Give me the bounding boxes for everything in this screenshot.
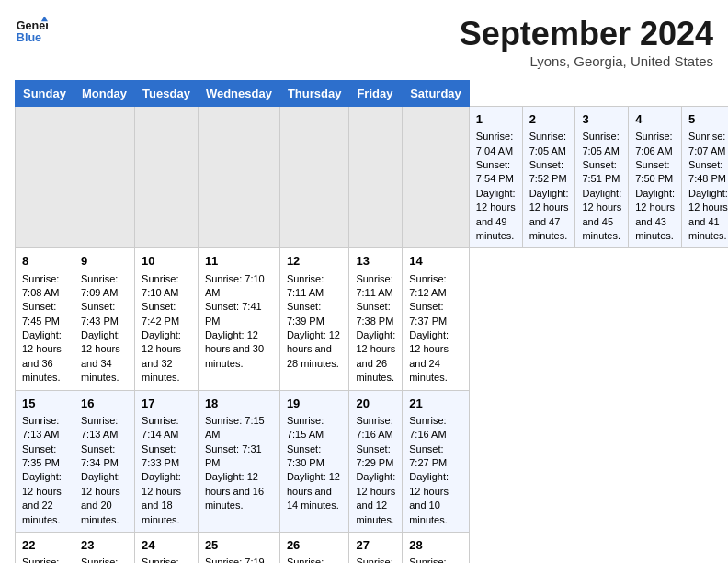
sunrise-text: Sunrise: 7:10 AM [205,272,273,301]
day-number: 19 [287,396,343,412]
sunrise-text: Sunrise: 7:08 AM [22,272,67,301]
daylight-text: Daylight: 12 hours and 45 minutes. [582,187,621,244]
sunrise-text: Sunrise: 7:18 AM [81,556,128,563]
day-number: 9 [81,253,128,270]
daylight-text: Daylight: 12 hours and 49 minutes. [476,187,516,244]
calendar-cell: 19Sunrise: 7:15 AMSunset: 7:30 PMDayligh… [279,390,349,532]
sunrise-text: Sunrise: 7:16 AM [409,414,462,442]
calendar-cell [198,107,279,248]
calendar-cell [279,107,349,248]
day-number: 20 [356,396,395,412]
daylight-text: Daylight: 12 hours and 12 minutes. [356,470,395,527]
sunrise-text: Sunrise: 7:18 AM [142,556,191,563]
calendar-cell: 23Sunrise: 7:18 AMSunset: 7:25 PMDayligh… [74,532,134,563]
calendar-subtitle: Lyons, Georgia, United States [460,53,713,69]
calendar-cell: 2Sunrise: 7:05 AMSunset: 7:52 PMDaylight… [522,107,575,248]
day-number: 1 [476,111,516,128]
calendar-cell: 13Sunrise: 7:11 AMSunset: 7:38 PMDayligh… [349,248,403,390]
sunrise-text: Sunrise: 7:12 AM [409,272,462,301]
day-number: 3 [582,111,621,128]
header-sunday: Sunday [16,81,74,107]
sunset-text: Sunset: 7:51 PM [582,158,621,187]
calendar-cell: 16Sunrise: 7:13 AMSunset: 7:34 PMDayligh… [74,390,134,532]
daylight-text: Daylight: 12 hours and 20 minutes. [81,470,128,527]
sunrise-text: Sunrise: 7:14 AM [142,414,191,442]
calendar-cell: 5Sunrise: 7:07 AMSunset: 7:48 PMDaylight… [682,107,728,248]
calendar-cell: 12Sunrise: 7:11 AMSunset: 7:39 PMDayligh… [279,248,349,390]
title-area: September 2024 Lyons, Georgia, United St… [460,15,713,69]
sunset-text: Sunset: 7:52 PM [529,158,569,187]
calendar-week-row: 15Sunrise: 7:13 AMSunset: 7:35 PMDayligh… [16,390,729,532]
header-friday: Friday [349,81,403,107]
svg-text:Blue: Blue [17,31,41,44]
daylight-text: Daylight: 12 hours and 36 minutes. [22,328,67,385]
sunset-text: Sunset: 7:33 PM [142,442,191,471]
sunrise-text: Sunrise: 7:19 AM [205,556,273,563]
sunrise-text: Sunrise: 7:17 AM [22,556,67,563]
sunset-text: Sunset: 7:41 PM [205,300,273,328]
calendar-cell [135,107,199,248]
day-number: 25 [205,537,273,554]
daylight-text: Daylight: 12 hours and 30 minutes. [205,328,273,371]
header-tuesday: Tuesday [135,81,199,107]
daylight-text: Daylight: 12 hours and 14 minutes. [287,470,343,512]
calendar-cell: 26Sunrise: 7:20 AMSunset: 7:21 PMDayligh… [279,532,349,563]
calendar-cell: 10Sunrise: 7:10 AMSunset: 7:42 PMDayligh… [135,248,199,390]
day-number: 8 [22,253,67,270]
sunset-text: Sunset: 7:42 PM [142,300,191,328]
calendar-cell: 15Sunrise: 7:13 AMSunset: 7:35 PMDayligh… [16,390,74,532]
day-number: 15 [22,396,67,412]
sunset-text: Sunset: 7:45 PM [22,300,67,328]
sunrise-text: Sunrise: 7:13 AM [81,414,128,442]
sunrise-text: Sunrise: 7:15 AM [205,414,273,442]
sunrise-text: Sunrise: 7:04 AM [476,130,516,158]
calendar-week-row: 8Sunrise: 7:08 AMSunset: 7:45 PMDaylight… [16,248,729,390]
calendar-cell: 17Sunrise: 7:14 AMSunset: 7:33 PMDayligh… [135,390,199,532]
calendar-cell: 3Sunrise: 7:05 AMSunset: 7:51 PMDaylight… [575,107,629,248]
daylight-text: Daylight: 12 hours and 18 minutes. [142,470,191,527]
calendar-cell: 1Sunrise: 7:04 AMSunset: 7:54 PMDaylight… [469,107,522,248]
header-thursday: Thursday [279,81,349,107]
sunset-text: Sunset: 7:27 PM [409,442,462,471]
sunrise-text: Sunrise: 7:06 AM [635,130,675,158]
calendar-week-row: 22Sunrise: 7:17 AMSunset: 7:26 PMDayligh… [16,532,729,563]
sunset-text: Sunset: 7:50 PM [635,158,675,187]
header-saturday: Saturday [403,81,470,107]
sunset-text: Sunset: 7:38 PM [356,300,395,328]
daylight-text: Daylight: 12 hours and 47 minutes. [529,187,569,244]
calendar-cell: 9Sunrise: 7:09 AMSunset: 7:43 PMDaylight… [74,248,134,390]
day-number: 27 [356,537,395,554]
sunrise-text: Sunrise: 7:20 AM [287,556,343,563]
daylight-text: Daylight: 12 hours and 41 minutes. [688,187,728,244]
sunrise-text: Sunrise: 7:05 AM [529,130,569,158]
calendar-cell [74,107,134,248]
day-number: 26 [287,537,343,554]
sunrise-text: Sunrise: 7:07 AM [688,130,728,158]
day-number: 12 [287,253,343,270]
daylight-text: Daylight: 12 hours and 43 minutes. [635,187,675,244]
day-number: 23 [81,537,128,554]
sunset-text: Sunset: 7:43 PM [81,300,128,328]
sunrise-text: Sunrise: 7:20 AM [356,556,395,563]
calendar-cell [349,107,403,248]
daylight-text: Daylight: 12 hours and 34 minutes. [81,328,128,385]
sunrise-text: Sunrise: 7:09 AM [81,272,128,301]
day-number: 28 [409,537,462,554]
day-number: 4 [635,111,675,128]
sunset-text: Sunset: 7:34 PM [81,442,128,471]
sunrise-text: Sunrise: 7:16 AM [356,414,395,442]
calendar-week-row: 1Sunrise: 7:04 AMSunset: 7:54 PMDaylight… [16,107,729,248]
calendar-cell: 8Sunrise: 7:08 AMSunset: 7:45 PMDaylight… [16,248,74,390]
calendar-cell: 27Sunrise: 7:20 AMSunset: 7:19 PMDayligh… [349,532,403,563]
sunset-text: Sunset: 7:48 PM [688,158,728,187]
daylight-text: Daylight: 12 hours and 32 minutes. [142,328,191,385]
sunrise-text: Sunrise: 7:10 AM [142,272,191,301]
calendar-cell: 4Sunrise: 7:06 AMSunset: 7:50 PMDaylight… [629,107,682,248]
calendar-cell: 24Sunrise: 7:18 AMSunset: 7:23 PMDayligh… [135,532,199,563]
sunrise-text: Sunrise: 7:11 AM [287,272,343,301]
day-number: 14 [409,253,462,270]
sunset-text: Sunset: 7:35 PM [22,442,67,471]
header-monday: Monday [74,81,134,107]
daylight-text: Daylight: 12 hours and 28 minutes. [287,328,343,371]
sunrise-text: Sunrise: 7:21 AM [409,556,462,563]
